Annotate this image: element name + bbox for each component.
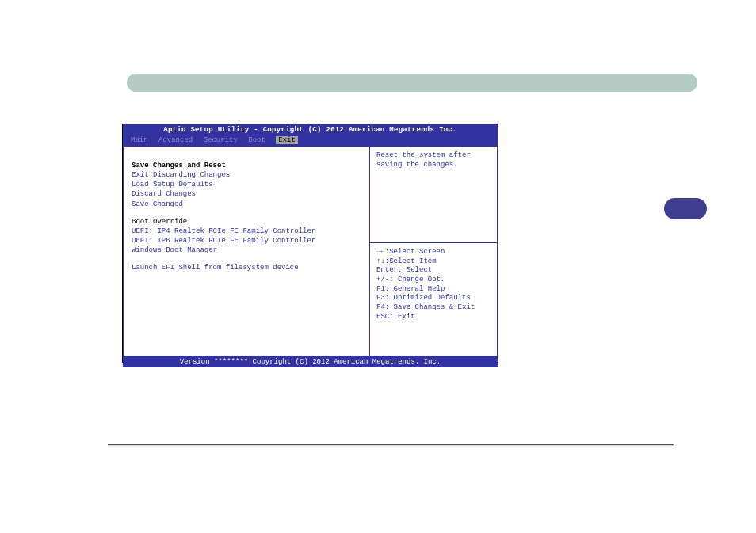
- help-enter: Enter: Select: [376, 266, 491, 276]
- bios-body: Save Changes and Reset Exit Discarding C…: [123, 145, 498, 356]
- help-change-opt: +/-: Change Opt.: [376, 276, 491, 285]
- menu-save-changed[interactable]: Save Changed: [132, 200, 361, 209]
- help-f3: F3: Optimized Defaults: [376, 294, 491, 303]
- tab-security[interactable]: Security: [204, 136, 238, 144]
- help-description: Reset the system after saving the change…: [370, 145, 498, 243]
- menu-launch-efi-shell[interactable]: Launch EFI Shell from filesystem device: [132, 263, 361, 272]
- bios-tabs: Main Advanced Security Boot Exit: [123, 135, 498, 145]
- menu-exit-discarding[interactable]: Exit Discarding Changes: [132, 170, 361, 180]
- menu-save-changes-reset[interactable]: Save Changes and Reset: [132, 161, 361, 170]
- bios-title: Aptio Setup Utility - Copyright (C) 2012…: [123, 124, 498, 135]
- help-keys: →←:Select Screen ↑↓:Select Item Enter: S…: [370, 243, 498, 356]
- menu-discard-changes[interactable]: Discard Changes: [132, 189, 361, 199]
- tab-exit[interactable]: Exit: [276, 136, 298, 144]
- help-select-item: ↑↓:Select Item: [376, 257, 491, 267]
- help-esc: ESC: Exit: [376, 313, 491, 322]
- menu-uefi-ip6[interactable]: UEFI: IP6 Realtek PCIe FE Family Control…: [132, 236, 361, 246]
- help-f1: F1: General Help: [376, 285, 491, 295]
- bios-footer: Version ******** Copyright (C) 2012 Amer…: [123, 356, 498, 367]
- bios-window: Aptio Setup Utility - Copyright (C) 2012…: [122, 124, 498, 363]
- bios-right-panel: Reset the system after saving the change…: [370, 145, 498, 356]
- header-pill: [127, 74, 697, 92]
- bottom-divider: [108, 444, 674, 445]
- boot-override-label: Boot Override: [132, 217, 361, 227]
- menu-windows-boot-manager[interactable]: Windows Boot Manager: [132, 246, 361, 255]
- help-f4: F4: Save Changes & Exit: [376, 303, 491, 313]
- bios-left-panel: Save Changes and Reset Exit Discarding C…: [123, 145, 370, 356]
- tab-advanced[interactable]: Advanced: [158, 136, 193, 144]
- menu-uefi-ip4[interactable]: UEFI: IP4 Realtek PCIe FE Family Control…: [132, 227, 361, 236]
- help-select-screen: →←:Select Screen: [376, 248, 491, 257]
- side-pill: [664, 198, 707, 219]
- tab-main[interactable]: Main: [131, 136, 148, 144]
- tab-boot[interactable]: Boot: [248, 136, 265, 144]
- menu-load-defaults[interactable]: Load Setup Defaults: [132, 180, 361, 189]
